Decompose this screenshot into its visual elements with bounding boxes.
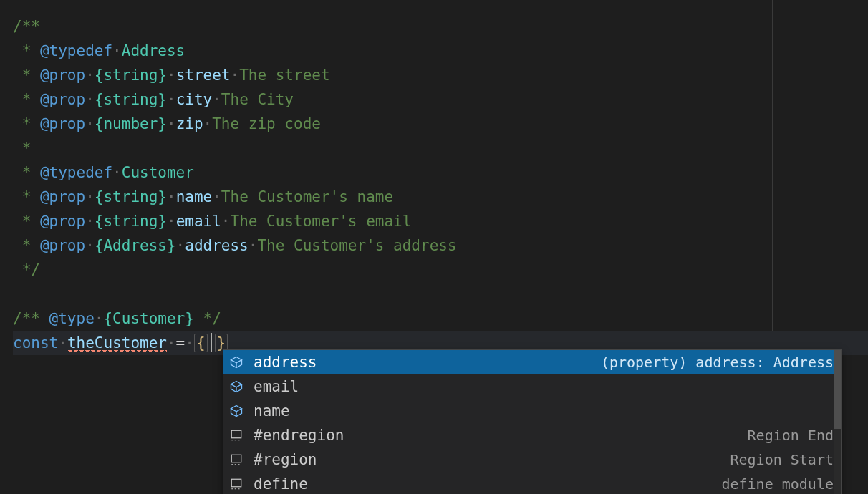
suggest-scrollbar[interactable] xyxy=(834,350,841,494)
text-cursor xyxy=(211,333,212,352)
field-icon xyxy=(228,378,245,395)
code-line[interactable]: * @prop·{string}·street·The street xyxy=(13,63,868,87)
open-brace: { xyxy=(194,334,208,352)
suggest-item[interactable]: address (property) address: Address xyxy=(223,350,841,374)
code-line[interactable]: * @prop·{string}·email·The Customer's em… xyxy=(13,209,868,233)
suggest-detail: (property) address: Address xyxy=(601,354,834,371)
suggest-label: define xyxy=(254,475,308,493)
svg-rect-2 xyxy=(231,479,241,487)
code-line[interactable]: /** xyxy=(13,14,868,39)
suggest-detail: Region End xyxy=(748,427,834,444)
code-line[interactable]: * @typedef·Address xyxy=(13,39,868,63)
code-editor[interactable]: /** * @typedef·Address * @prop·{string}·… xyxy=(0,0,868,494)
suggest-label: #region xyxy=(254,451,317,468)
svg-rect-0 xyxy=(231,430,241,438)
variable-name: theCustomer xyxy=(67,334,167,352)
field-icon xyxy=(228,402,245,420)
suggest-item[interactable]: #endregion Region End xyxy=(223,423,841,447)
code-line[interactable] xyxy=(13,282,868,306)
code-line[interactable]: */ xyxy=(13,258,868,282)
snippet-icon xyxy=(228,451,245,468)
suggest-item[interactable]: define define module xyxy=(223,472,841,494)
suggest-label: email xyxy=(254,378,299,395)
suggest-item[interactable]: email xyxy=(223,374,841,399)
svg-rect-1 xyxy=(231,455,241,462)
suggest-detail: Region Start xyxy=(730,451,834,468)
code-line[interactable]: * @prop·{Address}·address·The Customer's… xyxy=(13,233,868,258)
code-line[interactable]: * @typedef·Customer xyxy=(13,160,868,185)
scrollbar-thumb[interactable] xyxy=(834,350,841,429)
code-line[interactable]: * @prop·{string}·city·The City xyxy=(13,87,868,112)
code-line[interactable]: * @prop·{number}·zip·The zip code xyxy=(13,112,868,136)
snippet-icon xyxy=(228,475,245,493)
snippet-icon xyxy=(228,427,245,444)
code-line[interactable]: * @prop·{string}·name·The Customer's nam… xyxy=(13,185,868,209)
suggest-detail: define module xyxy=(721,475,834,493)
suggest-label: address xyxy=(254,354,317,371)
text: * xyxy=(13,42,40,59)
code-line[interactable]: * xyxy=(13,136,868,160)
suggest-item[interactable]: name xyxy=(223,399,841,423)
suggest-item[interactable]: #region Region Start xyxy=(223,447,841,472)
type-name: Address xyxy=(122,42,185,59)
suggest-label: name xyxy=(254,402,290,420)
code-line[interactable]: /** @type·{Customer} */ xyxy=(13,306,868,331)
suggest-label: #endregion xyxy=(254,427,344,444)
suggest-widget[interactable]: address (property) address: Address emai… xyxy=(223,349,842,494)
text: /** xyxy=(13,18,40,35)
jsdoc-tag: @typedef xyxy=(40,42,112,59)
field-icon xyxy=(228,354,245,371)
